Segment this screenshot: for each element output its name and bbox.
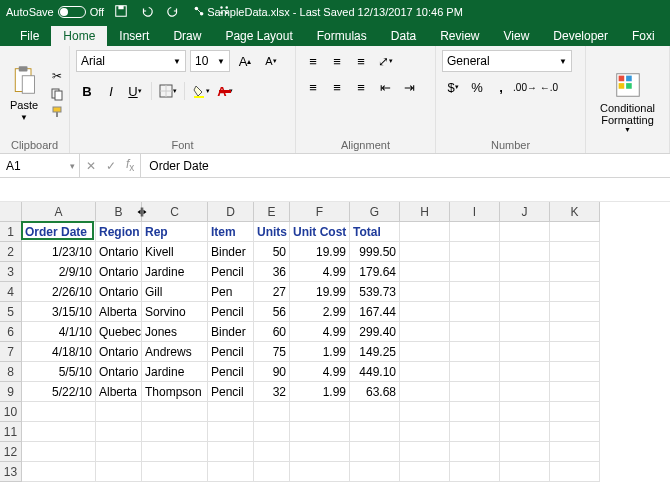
tab-page-layout[interactable]: Page Layout bbox=[213, 26, 304, 46]
cell[interactable] bbox=[350, 422, 400, 442]
cell[interactable]: 19.99 bbox=[290, 242, 350, 262]
cell[interactable] bbox=[400, 222, 450, 242]
cell[interactable] bbox=[208, 422, 254, 442]
enter-icon[interactable]: ✓ bbox=[106, 159, 116, 173]
cell[interactable]: 4.99 bbox=[290, 322, 350, 342]
cell[interactable] bbox=[400, 442, 450, 462]
cell[interactable] bbox=[350, 402, 400, 422]
cell[interactable] bbox=[450, 222, 500, 242]
cell[interactable] bbox=[550, 262, 600, 282]
cell[interactable] bbox=[550, 282, 600, 302]
cell[interactable] bbox=[208, 402, 254, 422]
row-header[interactable]: 3 bbox=[0, 262, 22, 282]
cell[interactable] bbox=[450, 322, 500, 342]
cell[interactable] bbox=[400, 322, 450, 342]
percent-format-icon[interactable]: % bbox=[466, 76, 488, 98]
cell[interactable] bbox=[400, 462, 450, 482]
copy-icon[interactable] bbox=[48, 86, 66, 102]
align-right-icon[interactable]: ≡ bbox=[350, 76, 372, 98]
select-all-corner[interactable] bbox=[0, 202, 22, 222]
tab-draw[interactable]: Draw bbox=[161, 26, 213, 46]
cell[interactable] bbox=[400, 422, 450, 442]
cell[interactable]: 299.40 bbox=[350, 322, 400, 342]
cell[interactable]: Jardine bbox=[142, 362, 208, 382]
cell[interactable]: Alberta bbox=[96, 382, 142, 402]
cell[interactable] bbox=[550, 382, 600, 402]
row-header[interactable]: 6 bbox=[0, 322, 22, 342]
row-header[interactable]: 10 bbox=[0, 402, 22, 422]
cell[interactable] bbox=[400, 362, 450, 382]
number-format-select[interactable]: General▼ bbox=[442, 50, 572, 72]
cell[interactable] bbox=[254, 462, 290, 482]
cell[interactable] bbox=[290, 402, 350, 422]
tab-view[interactable]: View bbox=[492, 26, 542, 46]
cell[interactable]: Ontario bbox=[96, 362, 142, 382]
cell[interactable] bbox=[142, 442, 208, 462]
cell[interactable] bbox=[142, 402, 208, 422]
cell[interactable] bbox=[550, 342, 600, 362]
cell[interactable] bbox=[254, 422, 290, 442]
row-header[interactable]: 12 bbox=[0, 442, 22, 462]
cell[interactable] bbox=[22, 462, 96, 482]
cell[interactable] bbox=[96, 442, 142, 462]
decrease-font-icon[interactable]: A▾ bbox=[260, 50, 282, 72]
cell[interactable]: 50 bbox=[254, 242, 290, 262]
cell[interactable]: Kivell bbox=[142, 242, 208, 262]
row-header[interactable]: 13 bbox=[0, 462, 22, 482]
cell[interactable]: 449.10 bbox=[350, 362, 400, 382]
cell[interactable]: 167.44 bbox=[350, 302, 400, 322]
column-header[interactable]: I bbox=[450, 202, 500, 222]
cell[interactable] bbox=[550, 302, 600, 322]
indent-increase-icon[interactable]: ⇥ bbox=[398, 76, 420, 98]
cell[interactable] bbox=[400, 262, 450, 282]
cell[interactable] bbox=[500, 262, 550, 282]
cell[interactable] bbox=[450, 462, 500, 482]
undo-icon[interactable] bbox=[140, 4, 154, 20]
row-header[interactable]: 5 bbox=[0, 302, 22, 322]
cell[interactable]: Pencil bbox=[208, 262, 254, 282]
cell[interactable]: Quebec bbox=[96, 322, 142, 342]
cell[interactable] bbox=[142, 462, 208, 482]
column-header[interactable]: D bbox=[208, 202, 254, 222]
tab-data[interactable]: Data bbox=[379, 26, 428, 46]
formula-input[interactable]: Order Date bbox=[141, 154, 670, 177]
align-top-icon[interactable]: ≡ bbox=[302, 50, 324, 72]
cell[interactable] bbox=[254, 442, 290, 462]
cell[interactable] bbox=[22, 422, 96, 442]
cell[interactable]: 60 bbox=[254, 322, 290, 342]
orientation-icon[interactable]: ⤢▾ bbox=[374, 50, 396, 72]
cell[interactable] bbox=[500, 462, 550, 482]
cell[interactable] bbox=[500, 222, 550, 242]
cell[interactable] bbox=[96, 422, 142, 442]
cell[interactable] bbox=[450, 442, 500, 462]
cell[interactable]: 1/23/10 bbox=[22, 242, 96, 262]
name-box[interactable]: A1 bbox=[0, 154, 80, 177]
comma-format-icon[interactable]: , bbox=[490, 76, 512, 98]
cell[interactable] bbox=[290, 462, 350, 482]
italic-button[interactable]: I bbox=[100, 80, 122, 102]
paste-button[interactable]: Paste ▼ bbox=[6, 63, 42, 124]
indent-decrease-icon[interactable]: ⇤ bbox=[374, 76, 396, 98]
cell[interactable]: 5/22/10 bbox=[22, 382, 96, 402]
tab-insert[interactable]: Insert bbox=[107, 26, 161, 46]
cell[interactable] bbox=[22, 402, 96, 422]
cell[interactable] bbox=[500, 362, 550, 382]
touch-mode-icon[interactable] bbox=[192, 4, 206, 20]
tab-foxi[interactable]: Foxi bbox=[620, 26, 667, 46]
column-header[interactable]: B bbox=[96, 202, 142, 222]
tab-home[interactable]: Home bbox=[51, 26, 107, 46]
cell[interactable]: 4.99 bbox=[290, 262, 350, 282]
row-header[interactable]: 9 bbox=[0, 382, 22, 402]
cell[interactable]: Unit Cost bbox=[290, 222, 350, 242]
cell[interactable] bbox=[96, 402, 142, 422]
cell[interactable] bbox=[550, 222, 600, 242]
cell[interactable] bbox=[22, 442, 96, 462]
cell[interactable] bbox=[400, 302, 450, 322]
cell[interactable]: 999.50 bbox=[350, 242, 400, 262]
cell[interactable] bbox=[500, 322, 550, 342]
font-size-select[interactable]: 10▼ bbox=[190, 50, 230, 72]
cell[interactable]: 5/5/10 bbox=[22, 362, 96, 382]
cell[interactable]: Alberta bbox=[96, 302, 142, 322]
tab-review[interactable]: Review bbox=[428, 26, 491, 46]
cell[interactable] bbox=[350, 462, 400, 482]
